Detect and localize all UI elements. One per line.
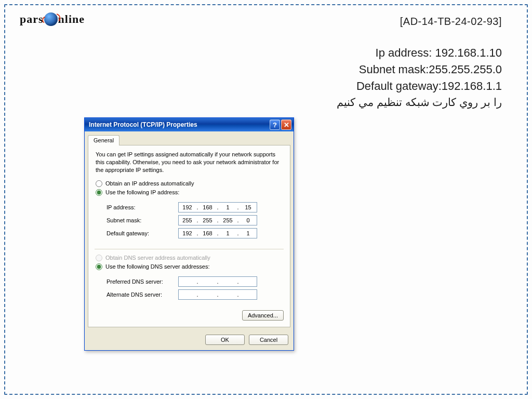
radio-ip-auto[interactable] — [96, 180, 102, 187]
separator — [95, 249, 284, 249]
pdns-oct-4[interactable] — [240, 277, 257, 286]
alternate-dns-label: Alternate DNS server: — [107, 291, 178, 298]
subnet-mask-label: Subnet mask: — [107, 217, 178, 223]
radio-dns-manual-label: Use the following DNS server addresses: — [105, 263, 210, 270]
gw-oct-4[interactable]: 1 — [240, 229, 257, 238]
subnet-oct-4[interactable]: 0 — [240, 216, 257, 225]
tcpip-properties-dialog: Internet Protocol (TCP/IP) Properties ? … — [84, 117, 294, 351]
close-icon: ✕ — [284, 121, 289, 129]
gw-oct-3[interactable]: 1 — [219, 229, 236, 238]
info-farsi: را بر روي كارت شبكه تنظيم مي كنيم — [337, 95, 502, 110]
adns-oct-1[interactable] — [179, 290, 196, 299]
default-gateway-label: Default gateway: — [107, 230, 178, 236]
subnet-oct-3[interactable]: 255 — [219, 216, 236, 225]
radio-dns-auto — [96, 255, 102, 261]
info-gateway: Default gateway:192.168.1.1 — [337, 78, 502, 95]
ok-button[interactable]: OK — [205, 335, 245, 345]
radio-ip-manual[interactable] — [96, 189, 102, 196]
parsonline-logo: pars nline — [20, 12, 85, 26]
subnet-oct-2[interactable]: 255 — [199, 216, 216, 225]
document-code: [AD-14-TB-24-02-93] — [400, 16, 502, 28]
gw-oct-1[interactable]: 192 — [179, 229, 196, 238]
pdns-oct-3[interactable] — [219, 277, 236, 286]
pdns-oct-1[interactable] — [179, 277, 196, 286]
preferred-dns-input[interactable]: . . . — [178, 276, 257, 287]
network-info-block: Ip address: 192.168.1.10 Subnet mask:255… — [337, 45, 502, 110]
close-button[interactable]: ✕ — [281, 119, 291, 130]
preferred-dns-label: Preferred DNS server: — [107, 278, 178, 285]
logo-text-suffix: nline — [58, 12, 85, 26]
ip-oct-3[interactable]: 1 — [219, 203, 236, 212]
ip-oct-1[interactable]: 192 — [179, 203, 196, 212]
general-panel: You can get IP settings assigned automat… — [88, 145, 290, 327]
cancel-button[interactable]: Cancel — [249, 335, 288, 345]
globe-icon — [44, 12, 58, 26]
ip-oct-2[interactable]: 168 — [199, 203, 216, 212]
adns-oct-4[interactable] — [240, 290, 257, 299]
tab-general[interactable]: General — [88, 135, 119, 145]
radio-dns-auto-row: Obtain DNS server address automatically — [95, 255, 284, 261]
radio-dns-manual-row[interactable]: Use the following DNS server addresses: — [95, 263, 284, 270]
radio-ip-manual-label: Use the following IP address: — [105, 189, 179, 195]
ip-fields: IP address: 192. 168. 1. 15 Subnet mask:… — [95, 198, 284, 245]
ip-address-input[interactable]: 192. 168. 1. 15 — [178, 202, 257, 212]
dns-fields: Preferred DNS server: . . . Alternate DN… — [95, 272, 284, 306]
subnet-mask-input[interactable]: 255. 255. 255. 0 — [178, 215, 257, 225]
tabstrip: General — [85, 131, 294, 145]
window-title: Internet Protocol (TCP/IP) Properties — [89, 121, 269, 128]
dialog-buttons: OK Cancel — [85, 330, 294, 350]
radio-ip-auto-label: Obtain an IP address automatically — [105, 180, 194, 187]
info-ip: Ip address: 192.168.1.10 — [337, 45, 502, 61]
advanced-row: Advanced... — [95, 310, 284, 321]
titlebar[interactable]: Internet Protocol (TCP/IP) Properties ? … — [85, 118, 294, 131]
help-icon: ? — [273, 121, 277, 129]
radio-dns-auto-label: Obtain DNS server address automatically — [105, 255, 210, 261]
description-text: You can get IP settings assigned automat… — [96, 151, 283, 174]
logo-text-prefix: pars — [20, 12, 44, 26]
subnet-oct-1[interactable]: 255 — [179, 216, 196, 225]
help-button[interactable]: ? — [270, 119, 280, 130]
radio-ip-manual-row[interactable]: Use the following IP address: — [95, 189, 284, 196]
radio-dns-manual[interactable] — [96, 263, 102, 270]
default-gateway-input[interactable]: 192. 168. 1. 1 — [178, 228, 257, 238]
radio-ip-auto-row[interactable]: Obtain an IP address automatically — [95, 180, 284, 187]
pdns-oct-2[interactable] — [199, 277, 216, 286]
ip-address-label: IP address: — [107, 204, 178, 210]
advanced-button[interactable]: Advanced... — [242, 310, 284, 321]
adns-oct-3[interactable] — [219, 290, 236, 299]
info-subnet: Subnet mask:255.255.255.0 — [337, 61, 502, 78]
gw-oct-2[interactable]: 168 — [199, 229, 216, 238]
alternate-dns-input[interactable]: . . . — [178, 289, 257, 300]
adns-oct-2[interactable] — [199, 290, 216, 299]
ip-oct-4[interactable]: 15 — [240, 203, 257, 212]
